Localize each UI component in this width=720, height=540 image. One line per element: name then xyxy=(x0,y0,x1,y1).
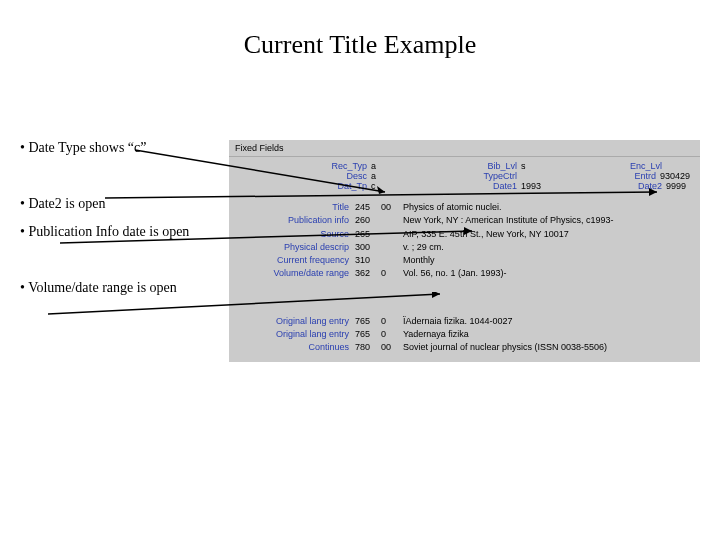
ff-label: Dat_Tp xyxy=(337,181,367,191)
field-tag: 245 xyxy=(355,202,381,212)
field-tag: 310 xyxy=(355,255,381,265)
field-value: New York, NY : American Institute of Phy… xyxy=(403,215,694,226)
field-value: Physics of atomic nuclei. xyxy=(403,202,694,213)
ff-label: Entrd xyxy=(634,171,656,181)
bullet-date2: • Date2 is open xyxy=(20,196,220,212)
table-row: Publication info260New York, NY : Americ… xyxy=(229,214,700,227)
field-tag: 265 xyxy=(355,229,381,239)
field-tag: 765 xyxy=(355,316,381,326)
field-value: ÏAdernaia fizika. 1044-0027 xyxy=(403,316,694,327)
ff-value: a xyxy=(371,171,395,181)
field-label: Original lang entry xyxy=(235,316,355,326)
ff-value: a xyxy=(371,161,395,171)
field-value: Monthly xyxy=(403,255,694,266)
bullet-vol-range: • Volume/date range is open xyxy=(20,280,220,296)
table-row: Current frequency310Monthly xyxy=(229,254,700,267)
table-row: Physical descrip300v. ; 29 cm. xyxy=(229,241,700,254)
slide-title: Current Title Example xyxy=(0,30,720,60)
table-row: Source265AIP, 335 E. 45th St., New York,… xyxy=(229,228,700,241)
table-row: Volume/date range3620Vol. 56, no. 1 (Jan… xyxy=(229,267,700,280)
ff-value: 9999 xyxy=(666,181,690,191)
ff-label: Enc_Lvl xyxy=(630,161,662,171)
fixed-fields: Rec_Typa Bib_Lvls Enc_Lvl Desca TypeCtrl… xyxy=(229,157,700,197)
ff-value: 1993 xyxy=(521,181,545,191)
panel-header: Fixed Fields xyxy=(229,140,700,157)
field-label: Physical descrip xyxy=(235,242,355,252)
field-ind: 00 xyxy=(381,202,403,212)
ff-label: Rec_Typ xyxy=(331,161,367,171)
variable-fields-1: Title24500Physics of atomic nuclei. Publ… xyxy=(229,197,700,289)
field-tag: 780 xyxy=(355,342,381,352)
table-row: Continues78000Soviet journal of nuclear … xyxy=(229,341,700,354)
field-tag: 765 xyxy=(355,329,381,339)
field-label: Publication info xyxy=(235,215,355,225)
ff-label: Date2 xyxy=(638,181,662,191)
bullet-date-type: • Date Type shows “c” xyxy=(20,140,220,156)
gap xyxy=(229,289,700,311)
ff-label: Desc xyxy=(346,171,367,181)
ff-value: 930429 xyxy=(660,171,690,181)
field-ind: 0 xyxy=(381,316,403,326)
ff-value: c xyxy=(371,181,395,191)
field-label: Continues xyxy=(235,342,355,352)
field-ind: 00 xyxy=(381,342,403,352)
field-value: Yadernaya fizika xyxy=(403,329,694,340)
ff-label: Date1 xyxy=(493,181,517,191)
field-tag: 260 xyxy=(355,215,381,225)
field-value: v. ; 29 cm. xyxy=(403,242,694,253)
field-value: Vol. 56, no. 1 (Jan. 1993)- xyxy=(403,268,694,279)
field-label: Volume/date range xyxy=(235,268,355,278)
field-label: Current frequency xyxy=(235,255,355,265)
field-value: Soviet journal of nuclear physics (ISSN … xyxy=(403,342,694,353)
field-tag: 362 xyxy=(355,268,381,278)
field-ind: 0 xyxy=(381,329,403,339)
field-label: Original lang entry xyxy=(235,329,355,339)
table-row: Original lang entry7650ÏAdernaia fizika.… xyxy=(229,315,700,328)
ff-value: s xyxy=(521,161,545,171)
field-label: Title xyxy=(235,202,355,212)
table-row: Original lang entry7650Yadernaya fizika xyxy=(229,328,700,341)
bullet-list: • Date Type shows “c” • Date2 is open • … xyxy=(20,140,220,302)
record-panel: Fixed Fields Rec_Typa Bib_Lvls Enc_Lvl D… xyxy=(229,140,700,362)
variable-fields-2: Original lang entry7650ÏAdernaia fizika.… xyxy=(229,311,700,363)
field-label: Source xyxy=(235,229,355,239)
ff-label: TypeCtrl xyxy=(483,171,517,181)
field-tag: 300 xyxy=(355,242,381,252)
table-row: Title24500Physics of atomic nuclei. xyxy=(229,201,700,214)
bullet-pub-info: • Publication Info date is open xyxy=(20,224,220,240)
field-value: AIP, 335 E. 45th St., New York, NY 10017 xyxy=(403,229,694,240)
ff-label: Bib_Lvl xyxy=(487,161,517,171)
field-ind: 0 xyxy=(381,268,403,278)
